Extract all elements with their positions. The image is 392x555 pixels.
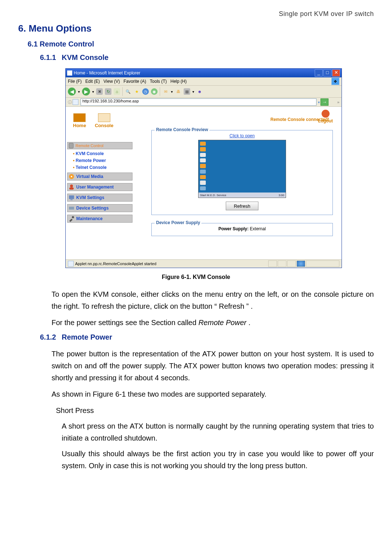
menu-tools[interactable]: Tools (T) [150,79,167,84]
status-text: Remote Console connected! [139,117,336,122]
virtual-media-icon [68,173,75,180]
forward-button[interactable]: ▶ [82,88,90,96]
menu-help[interactable]: Help (H) [171,79,187,84]
sidebar-btn-kvm-settings[interactable]: KVM Settings [67,194,132,202]
sidebar-btn-virtual-media[interactable]: Virtual Media [67,173,132,181]
statusbar-icon [68,261,74,267]
svg-point-8 [72,216,74,218]
svg-rect-0 [69,143,73,148]
toolbar: ◀▾ ▶▾ ✖ ↻ ⌂ 🔍 ★ ◷ ◉ ✉▾ 🖶 ▦▾ ☻ [66,86,342,98]
address-bar: ⓘ http://192.168.10.230/home.asp ▾ → » [66,98,342,107]
heading-num: 6.1.1 [40,53,62,62]
console-icon [98,113,110,122]
paragraph: For the power settings see the Section c… [52,317,374,329]
home-icon [73,113,86,122]
heading-num: 6.1.2 [40,333,62,341]
sidebar-btn-user-management[interactable]: User Management [67,183,132,191]
home-link[interactable]: Home [73,113,86,128]
remote-console-preview: Remote Console Preview Click to open Sta… [151,130,333,215]
paragraph: As shown in Figure 6-1 these two modes a… [52,388,374,400]
window-title: Home - Microsoft Internet Explorer [74,70,140,76]
favorites-icon[interactable]: ★ [134,88,140,95]
refresh-preview-button[interactable]: Refresh [226,202,258,210]
edit-icon[interactable]: ▦ [184,88,190,95]
messenger-icon[interactable]: ☻ [196,88,203,95]
sidebar-group-remote-control[interactable]: Remote Control [67,142,132,149]
heading-3-remote-power: 6.1.2Remote Power [40,333,374,341]
heading-2: 6.1 Remote Control [28,40,374,48]
figure-caption: Figure 6-1. KVM Console [18,274,374,280]
minimize-button[interactable]: _ [315,69,323,77]
sidebar: Home Console Remote Control KVM Console … [66,107,134,259]
page-icon [73,99,78,105]
address-input[interactable]: http://192.168.10.230/home.asp [81,98,317,106]
svg-point-2 [71,176,72,177]
mail-icon[interactable]: ✉ [162,88,169,95]
remote-control-icon [68,142,75,149]
print-icon[interactable]: 🖶 [175,88,181,95]
windows-flag-icon[interactable]: ❖ [331,78,339,85]
device-power-supply: Device Power Supply Power Supply: Extern… [151,223,333,236]
chevron-expand[interactable]: » [337,100,339,104]
main-content: Logout Remote Console connected! Remote … [134,107,342,259]
internet-zone-icon [297,260,305,267]
kvm-settings-icon [68,194,75,201]
back-button[interactable]: ◀ [68,88,76,96]
titlebar: Home - Microsoft Internet Explorer _ □ ✕ [66,69,342,77]
logout-link[interactable]: Logout [318,110,333,123]
paragraph: The power button is the representation o… [52,348,374,384]
maximize-button[interactable]: □ [323,69,331,77]
fieldset-legend-preview: Remote Console Preview [155,127,209,132]
ie-icon [67,70,72,76]
statusbar: Applet nn.pp.rc.RemoteConsoleApplet star… [66,259,342,268]
sidebar-link-kvm-console[interactable]: KVM Console [73,151,132,156]
menu-file[interactable]: File (F) [68,79,82,84]
user-management-icon [68,184,75,190]
preview-taskbar: Start M.E.D. Service 3:00 [199,193,286,198]
page-header: Single port KVM over IP switch [18,10,374,18]
menu-favorite[interactable]: Favorite (A) [123,79,146,84]
menu-edit[interactable]: Edit (E) [85,79,100,84]
sidebar-link-telnet-console[interactable]: Telnet Console [73,165,132,170]
svg-rect-7 [69,207,74,210]
heading-text: KVM Console [62,53,109,61]
svg-rect-5 [69,195,74,199]
media-icon[interactable]: ◉ [151,88,158,95]
svg-point-3 [70,185,73,187]
sidebar-link-remote-power[interactable]: Remote Power [73,158,132,163]
power-supply-value: External [249,226,266,231]
fieldset-legend-powersupply: Device Power Supply [155,220,201,225]
screenshot-window: Home - Microsoft Internet Explorer _ □ ✕… [65,68,342,268]
logout-icon [322,110,330,118]
refresh-button[interactable]: ↻ [105,88,111,95]
close-button[interactable]: ✕ [332,69,340,77]
heading-3-kvm: 6.1.1KVM Console [40,53,374,62]
paragraph: To open the KVM console, either clicks o… [52,288,374,312]
console-link[interactable]: Console [95,113,113,128]
go-button[interactable]: → [320,98,328,106]
menubar: File (F) Edit (E) View (V) Favorite (A) … [66,77,342,86]
history-icon[interactable]: ◷ [142,88,149,95]
paragraph: Usually this should always be the first … [62,448,374,472]
svg-rect-4 [69,187,74,190]
stop-button[interactable]: ✖ [96,88,103,95]
maintenance-icon [68,215,75,222]
svg-rect-6 [70,199,73,200]
power-supply-label: Power Supply: [219,226,249,231]
console-preview-image[interactable]: Start M.E.D. Service 3:00 [198,140,286,198]
heading-1: 6. Menu Options [18,23,374,34]
device-settings-icon [68,205,75,211]
sidebar-btn-maintenance[interactable]: Maintenance [67,215,132,223]
sidebar-btn-device-settings[interactable]: Device Settings [67,204,132,212]
preview-desktop-icons [200,142,208,190]
browser-content: Home Console Remote Control KVM Console … [66,107,342,259]
search-icon[interactable]: 🔍 [125,88,131,95]
menu-view[interactable]: View (V) [103,79,120,84]
paragraph: A short press on the ATX button is norma… [62,420,374,444]
statusbar-text: Applet nn.pp.rc.RemoteConsoleApplet star… [75,262,156,266]
subheading-short-press: Short Press [56,405,374,417]
click-to-open-link[interactable]: Click to open [156,133,328,138]
home-button[interactable]: ⌂ [114,88,120,95]
heading-text: Remote Power [62,333,112,341]
